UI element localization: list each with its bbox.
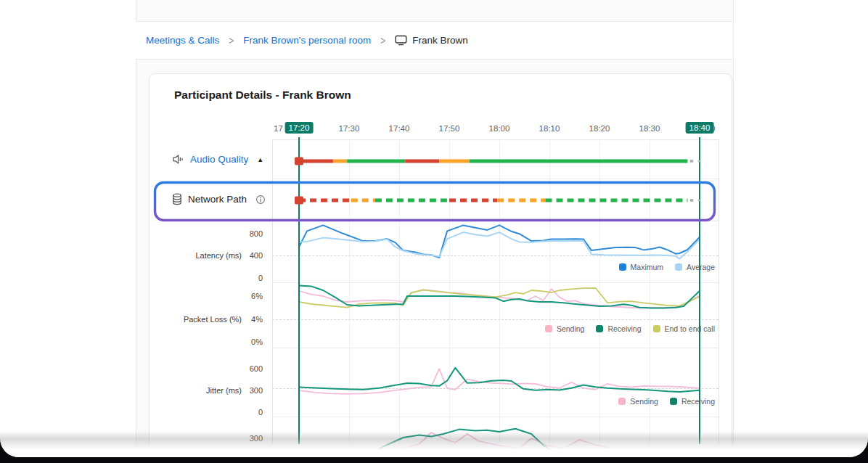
legend-item[interactable]: Sending [545,324,585,333]
breadcrumb-current-label: Frank Brown [412,35,468,46]
legend-label: Receiving [607,324,641,333]
packet-chart [299,281,700,352]
section-border [272,139,718,140]
time-tick-label: 18:30 [639,124,660,133]
axis-tick-label: 300 [234,434,263,443]
legend-item[interactable]: Maximum [619,263,664,271]
legend-swatch [619,263,626,271]
axis-tick-label: 0% [234,337,263,346]
time-range-selection-line[interactable] [298,137,300,444]
legend-label: Average [687,263,715,271]
latency-chart [299,218,700,282]
legend-swatch [545,325,552,332]
axis-tick-label: 0 [234,408,263,417]
breadcrumb: Meetings & Calls > Frank Brown's persona… [136,21,732,60]
partial-series-receiving [299,429,700,457]
network-path-bar[interactable] [294,194,705,206]
time-tick-label: 17:50 [439,124,460,133]
axis-tick-label: 800 [234,229,263,238]
time-tick-label: 17:40 [389,124,410,133]
axis-name-label: Jitter (ms) [162,386,242,395]
legend-label: Sending [557,324,585,333]
collapse-caret-icon[interactable]: ▲ [257,156,263,163]
app-window: Meetings & Calls > Frank Brown's persona… [0,0,868,457]
legend-label: Sending [630,397,658,406]
legend-label: Receiving [681,397,715,406]
jitter-series-receiving [299,368,700,392]
partial-series-sending [299,433,700,457]
screenshot-frame: Meetings & Calls > Frank Brown's persona… [0,0,868,463]
time-tick-label: 18:10 [539,124,560,133]
legend-label: Maximum [631,263,664,271]
time-tick-label: 18:20 [589,124,610,133]
audio-quality-bar[interactable] [294,155,705,167]
legend-swatch [675,263,682,271]
axis-tick-label: 6% [234,292,263,300]
time-range-handle[interactable]: 17:20 [285,122,314,134]
time-range-handle[interactable]: 18:40 [686,122,714,134]
audio-quality-row-header[interactable]: Audio Quality ▲ [172,154,263,165]
latency-legend: MaximumAverage [619,263,715,271]
axis-name-label: Packet Loss (%) [162,315,242,324]
legend-item[interactable]: Average [675,263,715,271]
legend-item[interactable]: Sending [618,397,658,406]
info-icon[interactable] [255,194,266,205]
jitter-legend: SendingReceiving [618,397,715,406]
partial-chart [299,416,700,457]
breadcrumb-current: Frank Brown [395,35,468,46]
axis-tick-label: 0 [234,274,263,282]
legend-swatch [653,325,660,332]
legend-label: End to end call [665,324,715,333]
axis-tick-label: 600 [234,364,263,373]
legend-item[interactable]: Receiving [670,397,715,406]
audio-quality-label[interactable]: Audio Quality [190,154,248,165]
network-path-row-header[interactable]: Network Path [172,193,266,205]
breadcrumb-separator: > [229,34,234,47]
database-icon [172,193,182,205]
section-border [272,179,718,179]
legend-item[interactable]: End to end call [653,324,715,333]
network-path-label[interactable]: Network Path [188,194,247,205]
packet-legend: SendingReceivingEnd to end call [545,324,715,333]
legend-item[interactable]: Receiving [596,324,641,333]
time-tick-label: 18:00 [489,124,510,133]
breadcrumb-separator: > [380,34,385,47]
plot-right-border [718,139,719,444]
latency-series-average [299,232,700,259]
breadcrumb-link-room[interactable]: Frank Brown's personal room [243,35,371,46]
plot-left-border [272,139,273,444]
axis-name-label: Latency (ms) [162,251,242,260]
speaker-icon [172,154,184,165]
time-tick-label: 17:30 [339,124,360,133]
legend-swatch [618,398,626,405]
legend-swatch [596,325,603,332]
monitor-icon [395,35,407,46]
page-title: Participant Details - Frank Brown [174,89,351,102]
legend-swatch [670,398,677,405]
time-label-clipped-left: 17 [274,124,283,133]
breadcrumb-link-meetings[interactable]: Meetings & Calls [146,35,219,46]
